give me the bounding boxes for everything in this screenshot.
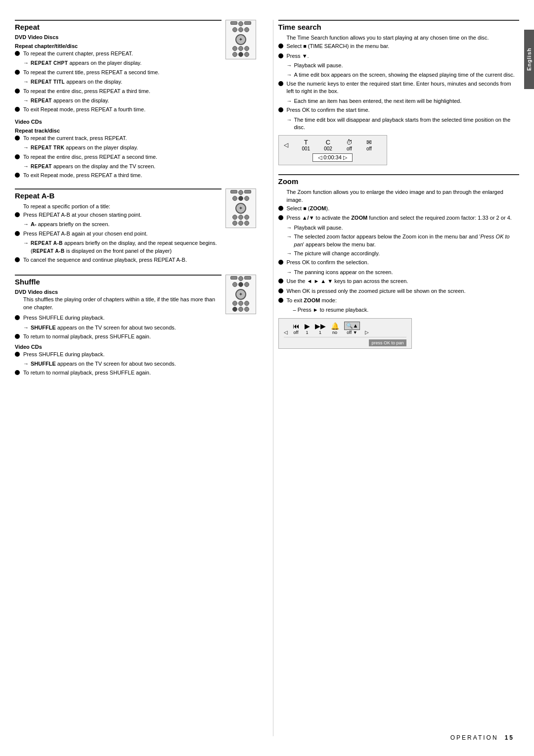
remote-btn bbox=[238, 221, 243, 226]
arrow-line: →The selected zoom factor appears below … bbox=[287, 233, 520, 248]
remote-btn bbox=[238, 282, 243, 287]
remote-btn bbox=[232, 221, 237, 226]
arrow-line: →The picture will change accordingly. bbox=[287, 250, 520, 257]
repeat-section-content: Repeat DVD Video Discs Repeat chapter/ti… bbox=[15, 20, 222, 116]
bullet-icon bbox=[278, 279, 283, 284]
shuffle-dvd-intro: This shuffles the playing order of chapt… bbox=[23, 296, 222, 311]
shuffle-content: Shuffle DVD Video discs This shuffles th… bbox=[15, 275, 222, 312]
time-search-display: ◁ T 001 C 002 ⏱ off bbox=[278, 135, 387, 165]
bullet-icon bbox=[278, 298, 283, 303]
list-item: To repeat the entire disc, press REPEAT … bbox=[15, 153, 256, 161]
bullet-icon bbox=[15, 107, 20, 112]
list-item: When OK is pressed only the zoomed pictu… bbox=[278, 287, 520, 295]
zoom-col-repeat: ⏮ off bbox=[293, 322, 300, 335]
list-item: To repeat the current title, press REPEA… bbox=[15, 69, 222, 76]
repeat-ab-content: Repeat A-B To repeat a specific portion … bbox=[15, 189, 222, 266]
list-item: Select ■ (TIME SEARCH) in the menu bar. bbox=[278, 43, 520, 50]
remote-btn bbox=[238, 307, 243, 312]
bullet-icon bbox=[278, 206, 283, 211]
remote-btn bbox=[238, 196, 243, 201]
repeat-section-with-img: Repeat DVD Video Discs Repeat chapter/ti… bbox=[15, 20, 256, 116]
remote-btn bbox=[244, 21, 251, 25]
left-column: Repeat DVD Video Discs Repeat chapter/ti… bbox=[15, 20, 261, 736]
remote-control-image-2: ✚ bbox=[225, 189, 256, 228]
repeat-ab-title: Repeat A-B bbox=[15, 189, 222, 200]
zoom-press-ok: press OK to pan bbox=[284, 339, 406, 345]
remote-dpad: ✚ bbox=[235, 34, 246, 45]
remote-btn bbox=[244, 221, 249, 226]
ts-time-value: ◁ 0:00:34 ▷ bbox=[312, 153, 353, 162]
remote-btn bbox=[230, 190, 237, 193]
bullet-icon bbox=[278, 107, 283, 112]
remote-dpad: ✚ bbox=[235, 203, 246, 214]
remote-btn bbox=[244, 46, 249, 51]
list-item: To return to normal playback, press SHUF… bbox=[15, 369, 256, 377]
remote-btn bbox=[230, 276, 237, 280]
remote-btn bbox=[244, 52, 249, 57]
list-item: To return to normal playback, press SHUF… bbox=[15, 333, 256, 340]
remote-btn bbox=[232, 46, 237, 51]
bullet-icon bbox=[278, 288, 283, 293]
operation-label: Operation bbox=[450, 734, 498, 741]
remote-btn bbox=[244, 196, 249, 201]
bullet-icon bbox=[15, 352, 20, 357]
remote-btn bbox=[244, 276, 251, 280]
page: English Repeat DVD Video Discs Repeat ch… bbox=[0, 0, 534, 756]
list-item: To repeat the current track, press REPEA… bbox=[15, 135, 256, 142]
zoom-col-zoom-icon: 🔍▲ off ▼ bbox=[344, 322, 360, 335]
zoom-intro: The Zoom function allows you to enlarge … bbox=[287, 189, 520, 204]
arrow-line: →REPEAT appears on the display and the T… bbox=[23, 163, 256, 170]
zoom-col-ff: ▶▶ 1 bbox=[315, 322, 326, 335]
list-item: To exit Repeat mode, press REPEAT a thir… bbox=[15, 172, 256, 179]
remote-btn bbox=[230, 21, 237, 25]
bullet-icon bbox=[15, 51, 20, 56]
shuffle-vcd-subsection: Video CDs bbox=[15, 344, 256, 350]
remote-btn bbox=[238, 21, 243, 26]
ts-col-clock: ⏱ off bbox=[346, 139, 353, 151]
remote-btn bbox=[232, 27, 237, 32]
remote-btn bbox=[232, 52, 237, 57]
repeat-vcd-subsection2: Repeat track/disc bbox=[15, 128, 256, 134]
list-item: Press OK to confirm the selection. bbox=[278, 259, 520, 266]
remote-btn bbox=[232, 282, 237, 287]
repeat-ab-list: Press REPEAT A-B at your chosen starting… bbox=[15, 211, 222, 264]
remote-btn bbox=[238, 276, 243, 281]
list-item: Press SHUFFLE during playback. bbox=[15, 314, 256, 322]
repeat-ab-section: Repeat A-B To repeat a specific portion … bbox=[15, 189, 256, 266]
time-search-intro: The Time Search function allows you to s… bbox=[287, 34, 520, 42]
bullet-icon bbox=[278, 260, 283, 265]
remote-btn bbox=[244, 307, 249, 312]
list-item: Press REPEAT A-B at your chosen starting… bbox=[15, 211, 222, 219]
arrow-line: →A- appears briefly on the screen. bbox=[23, 221, 222, 228]
bullet-icon bbox=[15, 173, 20, 178]
list-item: Press SHUFFLE during playback. bbox=[15, 351, 256, 358]
time-search-title: Time search bbox=[278, 20, 520, 31]
remote-btn bbox=[244, 282, 249, 287]
remote-dpad: ✚ bbox=[235, 289, 246, 300]
time-search-section: Time search The Time Search function all… bbox=[278, 20, 520, 165]
repeat-dvd-subsection: DVD Video Discs bbox=[15, 34, 222, 40]
page-number: 15 bbox=[505, 734, 514, 741]
arrow-line: →Each time an item has been entered, the… bbox=[287, 97, 520, 105]
list-item: To exit Repeat mode, press REPEAT a four… bbox=[15, 106, 222, 113]
bullet-icon bbox=[278, 81, 283, 86]
bullet-icon bbox=[15, 136, 20, 141]
list-item: To exit ZOOM mode: bbox=[278, 297, 520, 304]
shuffle-dvd-subsection: DVD Video discs bbox=[15, 289, 222, 295]
zoom-arrow-right: ▷ bbox=[365, 330, 369, 335]
zoom-display: ◁ ⏮ off ▶ 1 ▶▶ 1 bbox=[278, 318, 412, 349]
bullet-icon bbox=[15, 154, 20, 159]
arrow-line: →Playback will pause. bbox=[287, 62, 520, 69]
bullet-icon bbox=[15, 231, 20, 236]
bullet-icon bbox=[278, 215, 283, 220]
arrow-line: →REPEAT appears on the display. bbox=[23, 97, 222, 104]
remote-btn bbox=[238, 215, 243, 220]
remote-btn bbox=[244, 27, 249, 32]
list-item: Press ▼. bbox=[278, 52, 520, 60]
zoom-display-row1: ◁ ⏮ off ▶ 1 ▶▶ 1 bbox=[284, 322, 406, 337]
list-item: Press ▲/▼ to activate the ZOOM function … bbox=[278, 214, 520, 222]
time-search-list: Select ■ (TIME SEARCH) in the menu bar. … bbox=[278, 43, 520, 131]
remote-btn bbox=[232, 307, 237, 312]
right-column: Time search The Time Search function all… bbox=[273, 20, 520, 736]
list-item: Press REPEAT A-B again at your chosen en… bbox=[15, 230, 222, 237]
